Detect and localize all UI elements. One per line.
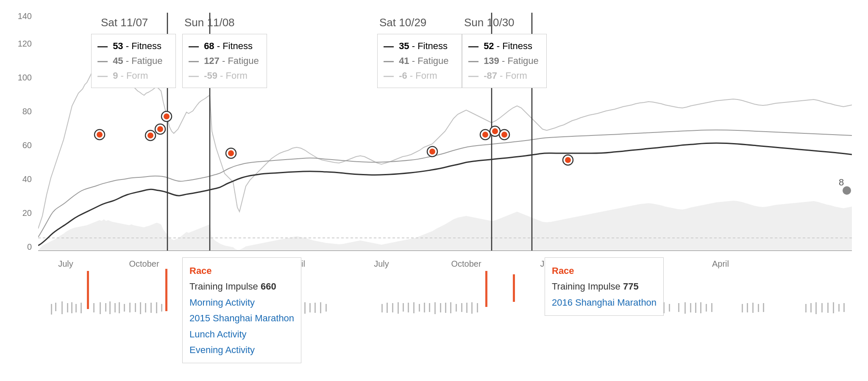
- activity-bar: [100, 302, 101, 314]
- activity-bar: [711, 303, 712, 312]
- activity-bar: [320, 302, 321, 313]
- activity-bar: [67, 303, 68, 312]
- activity-bar: [669, 304, 670, 312]
- tooltip-sun-1108: 68 - Fitness 127 - Fatigue -59 - Form: [182, 34, 267, 88]
- activity-bar: [752, 303, 754, 313]
- activity-bar: [678, 303, 679, 312]
- dot-fill-1: [97, 132, 103, 138]
- y-axis-20: 20: [22, 208, 32, 218]
- activity-bar: [434, 302, 436, 314]
- fatigue-row-3: 41 - Fatigue: [384, 53, 456, 68]
- activity-bar: [408, 303, 409, 312]
- form-row-3: -6 - Form: [384, 68, 456, 83]
- y-axis-140: 140: [18, 11, 32, 21]
- activity-bar: [398, 302, 399, 314]
- x-label-july-2015: July: [58, 259, 73, 268]
- activity-bar: [93, 303, 95, 312]
- activity-bar: [684, 302, 686, 314]
- activity-bar: [71, 302, 72, 313]
- y-axis-0: 0: [27, 242, 32, 251]
- shanghai-marathon-2016-link[interactable]: 2016 Shanghai Marathon: [552, 295, 657, 310]
- activity-bar: [706, 304, 707, 312]
- dot-fill-3: [157, 126, 163, 132]
- activity-bar: [815, 302, 817, 314]
- tooltip-sat-1029: 35 - Fitness 41 - Fatigue -6 - Form: [377, 34, 462, 88]
- activity-bar: [758, 304, 759, 312]
- activity-bar: [833, 302, 834, 313]
- lunch-activity-link[interactable]: Lunch Activity: [189, 326, 294, 342]
- marker-label-sun-1108: Sun 11/08: [184, 16, 235, 29]
- x-label-oct-2015: October: [129, 259, 159, 268]
- activity-bar: [466, 303, 467, 313]
- activity-bar: [156, 302, 157, 313]
- y-axis-80: 80: [22, 107, 32, 116]
- activity-bar: [477, 303, 478, 312]
- y-axis-60: 60: [22, 141, 32, 150]
- activity-bar: [392, 303, 393, 312]
- form-row-1: 9 - Form: [97, 68, 170, 83]
- activity-bar: [838, 304, 840, 312]
- marker-label-sat-1107: Sat 11/07: [101, 16, 148, 29]
- dot-fill-7: [482, 132, 488, 138]
- race-tooltip-1: Race Training Impulse 660 Morning Activi…: [182, 257, 301, 363]
- fatigue-row-2: 127 - Fatigue: [189, 53, 261, 68]
- activity-bar: [700, 302, 701, 313]
- dot-fill-5: [228, 150, 234, 156]
- activity-bar: [456, 304, 457, 312]
- activity-bar: [140, 302, 141, 314]
- activity-bar: [413, 302, 415, 313]
- activity-bar: [821, 303, 823, 312]
- tooltip-sat-1107: 53 - Fitness 45 - Fatigue 9 - Form: [91, 34, 176, 88]
- marker-label-sat-1029: Sat 10/29: [379, 16, 426, 29]
- race-bar-1: [87, 271, 89, 309]
- activity-bar: [843, 303, 845, 312]
- dot-fill-8: [492, 128, 498, 134]
- activity-bar: [161, 304, 162, 312]
- tooltip-sun-1030: 52 - Fitness 139 - Fatigue -87 - Form: [462, 34, 547, 88]
- activity-bar: [445, 303, 446, 313]
- activity-bar: [124, 304, 125, 312]
- activity-bar: [109, 301, 111, 314]
- activity-bar: [145, 303, 146, 312]
- activity-bar: [119, 302, 120, 313]
- evening-activity-link[interactable]: Evening Activity: [189, 342, 294, 358]
- activity-bar: [75, 304, 77, 312]
- dot-fill-9: [501, 132, 507, 138]
- fitness-row-4: 52 - Fitness: [468, 39, 540, 53]
- activity-bar: [387, 303, 388, 313]
- activity-bar: [381, 304, 383, 312]
- shanghai-marathon-2015-link[interactable]: 2015 Shanghai Marathon: [189, 310, 294, 326]
- dot-marker-end[interactable]: [843, 186, 851, 195]
- activity-bar: [747, 303, 748, 312]
- fitness-row-1: 53 - Fitness: [97, 39, 170, 53]
- x-label-july-2016: July: [374, 259, 389, 268]
- dot-fill-4: [164, 113, 170, 119]
- activity-bar: [695, 303, 696, 313]
- activity-bar: [805, 304, 807, 312]
- activity-bar: [105, 303, 106, 312]
- activity-bar: [742, 304, 743, 312]
- race-bar-3: [485, 271, 487, 307]
- activity-bar: [314, 303, 316, 313]
- x-label-april-2017: April: [712, 259, 729, 268]
- dot-fill-2: [147, 133, 153, 138]
- marker-label-sun-1030: Sun 10/30: [464, 16, 515, 29]
- fatigue-row-4: 139 - Fatigue: [468, 53, 540, 68]
- activity-bar: [403, 303, 404, 312]
- activity-bar: [81, 303, 82, 313]
- dot-fill-10: [565, 157, 571, 163]
- activity-bar: [114, 303, 116, 312]
- dot-fill-6: [429, 149, 435, 155]
- activity-bar: [51, 304, 52, 315]
- end-dot-label: 8: [839, 177, 844, 188]
- activity-bar: [150, 303, 152, 313]
- fitness-row-3: 35 - Fitness: [384, 39, 456, 53]
- activity-bar: [763, 303, 764, 312]
- activity-bar: [326, 304, 327, 312]
- activity-bar: [419, 304, 420, 312]
- activity-bar: [61, 301, 63, 314]
- activity-bar: [810, 303, 812, 312]
- activity-bar: [690, 303, 691, 312]
- y-axis-100: 100: [18, 73, 32, 82]
- morning-activity-link[interactable]: Morning Activity: [189, 295, 294, 310]
